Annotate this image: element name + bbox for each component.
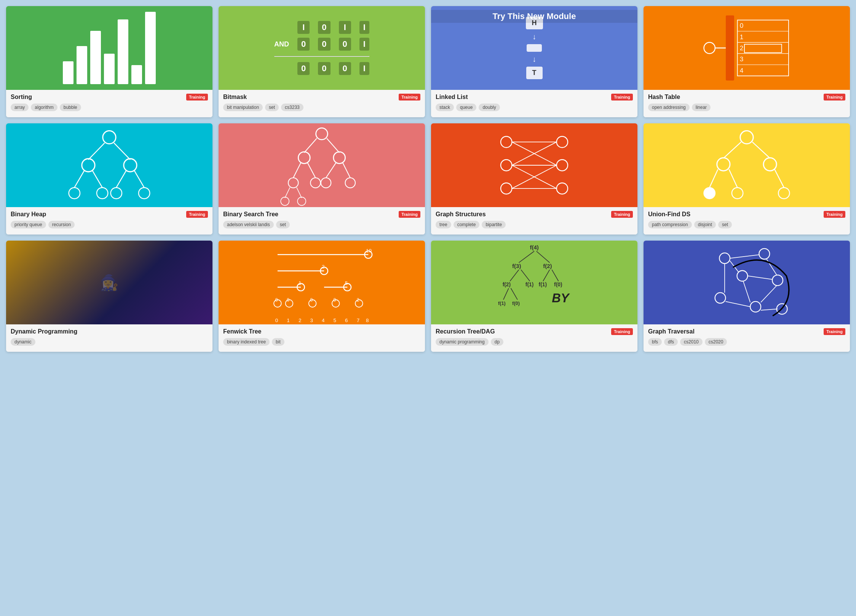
svg-line-113 — [511, 288, 517, 300]
card-hash-table[interactable]: 0 1 2 3 4 Hash Table Training open addre… — [644, 6, 850, 117]
svg-point-49 — [557, 183, 568, 194]
badge-bst: Training — [399, 211, 420, 218]
tag-bst-0[interactable]: adelson velskii landis — [223, 221, 274, 228]
card-info-sorting: Sorting Training array algorithm bubble — [6, 90, 212, 117]
svg-point-30 — [298, 152, 310, 164]
card-graph-structures[interactable]: Graph Structures Training tree complete … — [431, 123, 637, 235]
tag-linked-list-2[interactable]: doubly — [479, 104, 500, 111]
svg-line-22 — [134, 171, 144, 188]
ll-node-mid — [527, 44, 542, 52]
tag-binary-heap-0[interactable]: priority queue — [11, 221, 46, 228]
tag-hash-table-0[interactable]: open addressing — [648, 104, 690, 111]
tag-graph-traversal-2[interactable]: cs2010 — [680, 338, 703, 346]
svg-point-117 — [719, 253, 730, 263]
ll-arrow-2: ↓ — [532, 55, 536, 64]
svg-point-45 — [501, 160, 512, 171]
card-graph-traversal[interactable]: Graph Traversal Training bfs dfs cs2010 … — [644, 241, 850, 352]
svg-point-120 — [750, 302, 761, 312]
tags-graph-traversal: bfs dfs cs2010 cs2020 — [648, 338, 845, 349]
svg-point-42 — [281, 197, 289, 206]
tag-graph-traversal-1[interactable]: dfs — [664, 338, 678, 346]
tag-dp-anime-0[interactable]: dynamic — [11, 338, 35, 346]
svg-line-16 — [114, 143, 130, 160]
svg-point-23 — [69, 188, 80, 199]
card-bst[interactable]: Binary Search Tree Training adelson vels… — [219, 123, 425, 235]
svg-text:5: 5 — [345, 280, 348, 286]
tag-graph-structures-0[interactable]: tree — [436, 221, 451, 228]
tag-graph-traversal-3[interactable]: cs2020 — [705, 338, 727, 346]
union-find-svg — [644, 123, 850, 207]
tags-dp-anime: dynamic — [11, 338, 208, 349]
svg-line-40 — [285, 187, 290, 198]
card-union-find[interactable]: Union-Find DS Training path compression … — [644, 123, 850, 235]
title-recursion-dag: Recursion Tree/DAG — [436, 328, 495, 335]
svg-text:4: 4 — [740, 67, 744, 74]
svg-point-25 — [111, 188, 122, 199]
svg-line-130 — [747, 276, 772, 279]
hash-table-svg: 0 1 2 3 4 — [644, 6, 850, 90]
svg-line-21 — [116, 171, 126, 188]
title-sorting: Sorting — [11, 94, 32, 101]
tag-bitmask-1[interactable]: set — [265, 104, 279, 111]
svg-point-18 — [124, 159, 137, 172]
title-bitmask: Bitmask — [223, 94, 247, 101]
card-info-graph-structures: Graph Structures Training tree complete … — [431, 207, 637, 235]
tag-sorting-2[interactable]: bubble — [60, 104, 81, 111]
svg-point-26 — [139, 188, 150, 199]
card-thumb-graph-structures — [431, 123, 637, 207]
title-fenwick: Fenwick Tree — [223, 328, 262, 335]
tag-union-find-0[interactable]: path compression — [648, 221, 692, 228]
svg-line-58 — [723, 142, 741, 158]
tag-binary-heap-1[interactable]: recursion — [48, 221, 75, 228]
tag-linked-list-0[interactable]: stack — [436, 104, 454, 111]
svg-line-107 — [552, 270, 558, 281]
tag-sorting-1[interactable]: algorithm — [31, 104, 57, 111]
bar-4 — [104, 54, 115, 84]
tag-fenwick-0[interactable]: binary indexed tree — [223, 338, 270, 346]
svg-text:f(1): f(1) — [525, 281, 534, 287]
svg-line-104 — [510, 270, 519, 281]
card-binary-heap[interactable]: Binary Heap Training priority queue recu… — [6, 123, 212, 235]
tag-sorting-0[interactable]: array — [11, 104, 29, 111]
svg-line-105 — [521, 270, 530, 281]
title-graph-structures: Graph Structures — [436, 211, 486, 218]
tag-graph-structures-1[interactable]: complete — [454, 221, 480, 228]
tag-fenwick-1[interactable]: bit — [272, 338, 284, 346]
card-bitmask[interactable]: I 0 I I AND 0 0 0 I 0 0 — [219, 6, 425, 117]
graph-traversal-svg — [644, 241, 850, 324]
svg-point-44 — [501, 136, 512, 147]
card-thumb-graph-traversal — [644, 241, 850, 324]
card-thumb-binary-heap — [6, 123, 212, 207]
tag-linked-list-1[interactable]: queue — [456, 104, 476, 111]
title-row-union-find: Union-Find DS Training — [648, 211, 845, 218]
tag-bitmask-2[interactable]: cs3233 — [281, 104, 303, 111]
card-info-fenwick: Fenwick Tree binary indexed tree bit — [219, 324, 425, 352]
tags-binary-heap: priority queue recursion — [11, 221, 208, 232]
svg-text:0: 0 — [275, 297, 278, 303]
tag-graph-traversal-0[interactable]: bfs — [648, 338, 662, 346]
svg-line-32 — [293, 163, 301, 178]
title-row-fenwick: Fenwick Tree — [223, 328, 420, 335]
tag-union-find-1[interactable]: disjoint — [694, 221, 716, 228]
svg-text:BY: BY — [552, 291, 570, 305]
title-row-hash-table: Hash Table Training — [648, 94, 845, 101]
tag-graph-structures-2[interactable]: bipartite — [482, 221, 506, 228]
card-dp-anime[interactable]: 🧙‍♀️ Dynamic Programming dynamic — [6, 241, 212, 352]
card-sorting[interactable]: Sorting Training array algorithm bubble — [6, 6, 212, 117]
card-recursion-dag[interactable]: f(4) f(3) f(2) f(2) f(1) f(1) f(0) f(1) — [431, 241, 637, 352]
tag-recursion-dag-1[interactable]: dp — [491, 338, 503, 346]
tag-hash-table-1[interactable]: linear — [692, 104, 711, 111]
card-thumb-dp-anime: 🧙‍♀️ — [6, 241, 212, 324]
svg-line-59 — [752, 142, 770, 158]
tag-bst-1[interactable]: set — [276, 221, 290, 228]
tag-bitmask-0[interactable]: bit manipulation — [223, 104, 263, 111]
title-linked-list: Linked List — [436, 94, 468, 101]
card-fenwick[interactable]: 0 1 2 3 4 5 6 7 8 10 2 — [219, 241, 425, 352]
tag-recursion-dag-0[interactable]: dynamic programming — [436, 338, 489, 346]
sorting-bars-vis — [55, 6, 163, 90]
svg-text:7: 7 — [357, 318, 359, 323]
svg-text:0: 0 — [287, 297, 289, 303]
title-row-bst: Binary Search Tree Training — [223, 211, 420, 218]
card-linked-list[interactable]: Try This New Module H ↓ ↓ T Linked List … — [431, 6, 637, 117]
tag-union-find-2[interactable]: set — [718, 221, 732, 228]
